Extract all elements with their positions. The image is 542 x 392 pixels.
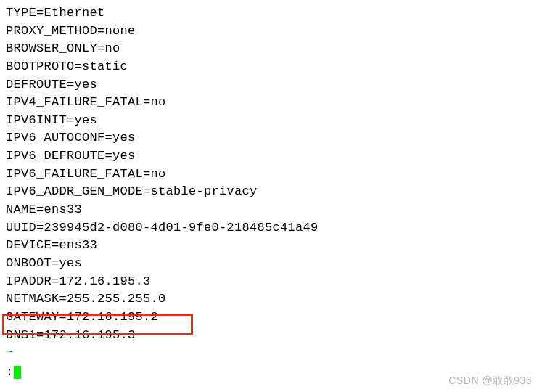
config-line: DEVICE=ens33 [6,237,536,255]
config-line: IPV6_FAILURE_FATAL=no [6,166,536,184]
config-line: TYPE=Ethernet [6,4,536,23]
config-line: GATEWAY=172.16.195.2 [6,309,536,327]
config-line: DEFROUTE=yes [6,76,536,94]
config-line: NAME=ens33 [6,201,536,219]
prompt-colon: : [6,365,14,379]
config-line: PROXY_METHOD=none [6,23,536,41]
config-line: UUID=239945d2-d080-4d01-9fe0-218485c41a4… [6,219,536,237]
config-line: ONBOOT=yes [6,255,536,273]
config-line: IPV6_ADDR_GEN_MODE=stable-privacy [6,183,536,201]
config-line: BROWSER_ONLY=no [6,40,536,58]
config-line: NETMASK=255.255.255.0 [6,290,536,309]
watermark-text: CSDN @敢敢936 [448,373,532,388]
cursor-icon [14,366,21,379]
config-line: IPV6_DEFROUTE=yes [6,147,536,166]
config-line: IPV4_FAILURE_FATAL=no [6,94,536,112]
config-line: BOOTPROTO=static [6,58,536,76]
vim-tilde-line: ~ [6,344,536,362]
config-line: IPADDR=172.16.195.3 [6,273,536,291]
config-line: IPV6_AUTOCONF=yes [6,129,536,147]
config-line: DNS1=172.16.195.3 [6,327,536,345]
config-line: IPV6INIT=yes [6,112,536,130]
terminal-output: TYPE=Ethernet PROXY_METHOD=none BROWSER_… [6,4,536,381]
